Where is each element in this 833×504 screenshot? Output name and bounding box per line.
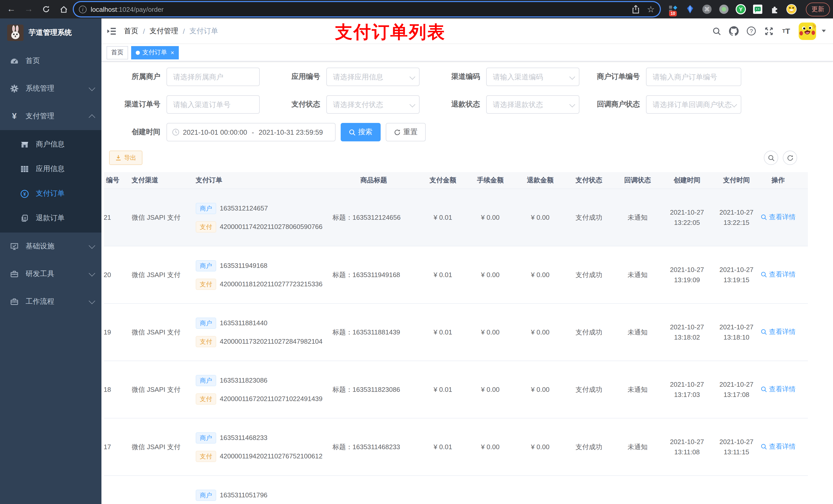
cell-id: 318: [104, 384, 126, 394]
extension-dot-icon[interactable]: [719, 4, 729, 14]
export-button[interactable]: 导出: [109, 150, 142, 165]
sidebar-item-dev-tools[interactable]: 研发工具: [0, 260, 101, 288]
sidebar-item-workflow[interactable]: 工作流程: [0, 288, 101, 315]
table-row[interactable]: 317 微信 JSAPI 支付 商户1635311468233 支付420000…: [104, 418, 808, 476]
cell-id: 321: [104, 212, 126, 222]
search-icon[interactable]: [712, 26, 721, 36]
tab-home[interactable]: 首页: [106, 46, 128, 59]
date-range-input[interactable]: 2021-10-01 00:00:00 - 2021-10-31 23:59:5…: [166, 123, 336, 141]
app-logo: [7, 25, 24, 41]
back-icon[interactable]: ←: [4, 2, 19, 16]
view-detail-link[interactable]: 查看详情: [761, 212, 795, 222]
search-button[interactable]: 搜索: [341, 123, 381, 141]
show-search-button[interactable]: [764, 150, 778, 165]
info-icon[interactable]: i: [79, 5, 87, 13]
pay-status-select[interactable]: [326, 95, 420, 114]
chevron-down-icon: [89, 270, 95, 276]
view-detail-link[interactable]: 查看详情: [761, 384, 795, 394]
sidebar-item-label: 工作流程: [26, 297, 82, 306]
sidebar-item-pay[interactable]: ¥ 支付管理: [0, 102, 101, 130]
app-logo-row[interactable]: 芋道管理系统: [0, 19, 101, 47]
merchant-order-no-input[interactable]: [646, 68, 741, 86]
filter-merchant-order-no: 商户订单编号: [584, 68, 743, 86]
font-size-icon[interactable]: TT: [781, 26, 791, 36]
navbar-actions: ? TT: [712, 22, 826, 40]
table-row[interactable]: 319 微信 JSAPI 支付 商户1635311881440 支付420000…: [104, 304, 808, 361]
breadcrumb-pay[interactable]: 支付管理: [149, 26, 178, 35]
table-row-partial[interactable]: 商户1635311051796: [104, 476, 808, 504]
col-fee: 手续金额: [465, 175, 516, 186]
extension-command-icon[interactable]: ⌘: [702, 4, 712, 14]
avatar[interactable]: [799, 22, 816, 40]
extension-y-icon[interactable]: Y: [736, 4, 746, 14]
extension-puzzle-icon[interactable]: [769, 4, 780, 14]
filter-label: 渠道编码: [424, 72, 486, 81]
caret-down-icon[interactable]: [822, 30, 826, 32]
cell-amount: ¥ 0.01: [421, 384, 465, 394]
filter-label: 所属商户: [104, 72, 166, 81]
app-title: 芋道管理系统: [29, 28, 72, 38]
cell-channel: 微信 JSAPI 支付: [126, 384, 191, 394]
merchant-order-no: 1635311051796: [220, 490, 267, 500]
cell-amount: ¥ 0.01: [421, 270, 465, 280]
breadcrumb-home[interactable]: 首页: [124, 26, 138, 35]
notify-status-select[interactable]: [646, 95, 741, 114]
reload-icon[interactable]: [39, 2, 53, 16]
forward-icon[interactable]: →: [22, 2, 36, 16]
cell-created: 2021-10-2713:18:02: [662, 322, 712, 342]
extension-chat-icon[interactable]: [753, 4, 763, 14]
cell-paid: 2021-10-2713:11:15: [712, 437, 761, 457]
close-icon[interactable]: ×: [171, 49, 174, 56]
hamburger-icon[interactable]: [106, 26, 117, 36]
sidebar-item-label: 支付管理: [26, 112, 82, 121]
address-bar[interactable]: i localhost:1024/pay/order ☆: [74, 2, 660, 16]
channel-order-no: 4200001194202110276752100612: [220, 451, 323, 461]
profile-emoji-icon[interactable]: [786, 4, 796, 14]
merchant-tag: 商户: [196, 375, 216, 386]
table-row[interactable]: 318 微信 JSAPI 支付 商户1635311823086 支付420000…: [104, 361, 808, 418]
merchant-tag: 商户: [196, 317, 216, 329]
refund-status-select[interactable]: [486, 95, 579, 114]
sidebar-item-refund-order[interactable]: 退款订单: [0, 206, 101, 231]
cell-fee: ¥ 0.00: [465, 384, 516, 394]
merchant-input[interactable]: [166, 68, 260, 86]
breadcrumb-current: 支付订单: [190, 26, 218, 35]
reset-button[interactable]: 重置: [386, 123, 426, 141]
fullscreen-icon[interactable]: [764, 26, 774, 36]
view-detail-link[interactable]: 查看详情: [761, 441, 795, 452]
sidebar-item-home[interactable]: 首页: [0, 47, 101, 75]
filter-refund-status: 退款状态: [424, 95, 584, 114]
view-detail-link[interactable]: 查看详情: [761, 327, 795, 337]
merchant-order-no: 1635311823086: [220, 375, 267, 385]
channel-order-no-input[interactable]: [166, 95, 260, 114]
bookmark-star-icon[interactable]: ☆: [647, 4, 655, 15]
app-select[interactable]: [326, 68, 420, 86]
share-icon[interactable]: [632, 5, 640, 14]
table-row[interactable]: 321 微信 JSAPI 支付 商户1635312124657 支付420000…: [104, 189, 808, 246]
sidebar-item-app-info[interactable]: 应用信息: [0, 157, 101, 181]
extension-tabs-icon[interactable]: 10: [668, 4, 678, 14]
cell-fee: ¥ 0.00: [465, 212, 516, 222]
cell-created: 2021-10-2713:22:05: [662, 207, 712, 228]
sidebar-item-merchant-info[interactable]: 商户信息: [0, 132, 101, 157]
pay-tag: 支付: [196, 336, 216, 347]
sidebar-item-infra[interactable]: 基础设施: [0, 233, 101, 260]
extension-gem-icon[interactable]: [685, 4, 695, 14]
search-icon: [768, 154, 774, 161]
table-row[interactable]: 320 微信 JSAPI 支付 商户1635311949168 支付420000…: [104, 246, 808, 304]
help-icon[interactable]: ?: [746, 26, 756, 36]
sidebar-item-label: 商户信息: [36, 140, 94, 149]
cell-paid: 2021-10-2713:22:15: [712, 207, 761, 228]
cell-fee: ¥ 0.00: [465, 442, 516, 452]
refresh-table-button[interactable]: [783, 150, 797, 165]
sidebar-item-pay-order[interactable]: ¥ 支付订单: [0, 181, 101, 206]
github-icon[interactable]: [729, 26, 739, 36]
tab-pay-order[interactable]: 支付订单 ×: [131, 46, 179, 59]
cell-amount: ¥ 0.01: [421, 327, 465, 337]
channel-code-select[interactable]: [486, 68, 579, 86]
sidebar-item-system[interactable]: 系统管理: [0, 75, 101, 102]
home-icon[interactable]: [56, 2, 71, 16]
update-button[interactable]: 更新: [806, 2, 830, 16]
view-detail-link[interactable]: 查看详情: [761, 269, 795, 280]
date-start: 2021-10-01 00:00:00: [183, 128, 247, 136]
